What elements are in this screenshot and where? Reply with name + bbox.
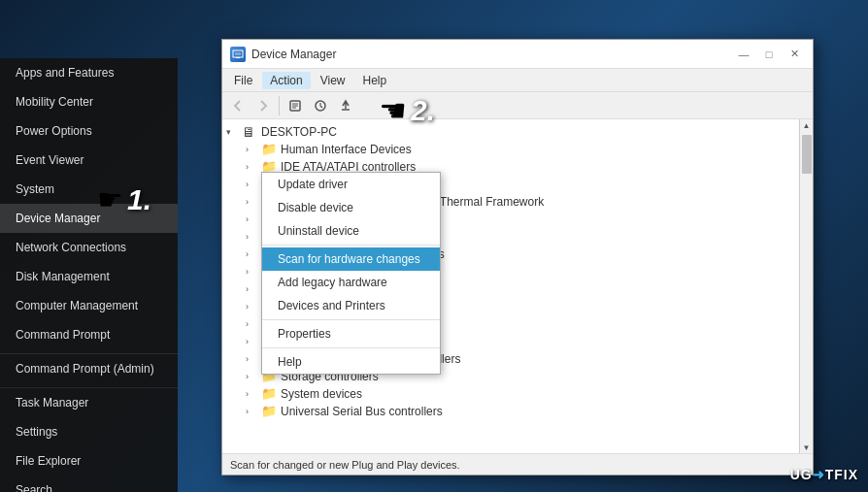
properties-button[interactable] (284, 95, 307, 116)
start-menu-item-command-prompt[interactable]: Command Prompt (0, 320, 178, 349)
menu-bar: File Action View Help (222, 69, 813, 92)
start-menu-item-apps-features[interactable]: Apps and Features (0, 58, 178, 87)
status-text: Scan for changed or new Plug and Play de… (230, 459, 460, 471)
expand-mice: › (246, 249, 261, 259)
start-menu: Apps and Features Mobility Center Power … (0, 58, 178, 492)
maximize-button[interactable]: □ (758, 46, 780, 63)
window-titlebar: Device Manager — □ ✕ (222, 40, 813, 69)
tree-expand-root: ▾ (226, 127, 242, 137)
expand-memory: › (246, 232, 261, 242)
start-menu-item-search[interactable]: Search (0, 476, 178, 492)
folder-icon-hid: 📁 (261, 142, 277, 157)
expand-processors: › (246, 319, 261, 329)
expand-keyboards: › (246, 214, 261, 224)
back-button[interactable] (226, 95, 250, 116)
scroll-up-button[interactable]: ▲ (801, 119, 813, 131)
scroll-down-button[interactable]: ▼ (801, 442, 813, 453)
device-manager-window: Device Manager — □ ✕ File Action View He… (221, 39, 814, 476)
menu-view[interactable]: View (313, 72, 353, 89)
window-title: Device Manager (251, 48, 336, 61)
start-menu-item-settings[interactable]: Settings (0, 417, 178, 446)
tree-item-system-devices[interactable]: › 📁 System devices (222, 385, 799, 403)
ctx-separator-1 (262, 245, 440, 246)
svg-rect-2 (236, 57, 240, 58)
expand-print: › (246, 302, 261, 312)
expand-hid: › (246, 145, 261, 154)
menu-file[interactable]: File (226, 72, 260, 89)
start-menu-item-command-prompt-admin[interactable]: Command Prompt (Admin) (0, 353, 178, 383)
toolbar (222, 92, 813, 119)
ctx-devices-printers[interactable]: Devices and Printers (262, 294, 440, 317)
minimize-button[interactable]: — (733, 46, 754, 63)
start-menu-item-mobility-center[interactable]: Mobility Center (0, 87, 178, 116)
expand-storage: › (246, 372, 261, 381)
tree-item-usb[interactable]: › 📁 Universal Serial Bus controllers (222, 403, 799, 420)
ctx-separator-2 (262, 319, 440, 320)
update-driver-toolbar-button[interactable] (334, 95, 357, 116)
folder-icon-system-devices: 📁 (261, 386, 277, 402)
svg-rect-1 (235, 52, 241, 55)
tree-item-hid[interactable]: › 📁 Human Interface Devices (222, 141, 799, 158)
annotation-1: ☛ 1. (97, 182, 151, 216)
ctx-update-driver[interactable]: Update driver (262, 173, 440, 196)
ctx-disable-device[interactable]: Disable device (262, 196, 440, 219)
watermark: UG➜TFIX (790, 467, 858, 482)
ctx-add-legacy[interactable]: Add legacy hardware (262, 271, 440, 294)
scrollbar[interactable]: ▲ ▼ (799, 119, 813, 453)
ctx-scan-hardware[interactable]: Scan for hardware changes (262, 247, 440, 271)
forward-button[interactable] (251, 95, 275, 116)
expand-imaging: › (246, 180, 261, 189)
action-context-menu: Update driver Disable device Uninstall d… (261, 172, 441, 375)
expand-sound: › (246, 354, 261, 364)
ctx-uninstall-device[interactable]: Uninstall device (262, 219, 440, 243)
expand-usb: › (246, 407, 261, 416)
expand-ide: › (246, 162, 261, 172)
close-button[interactable]: ✕ (784, 46, 805, 63)
ctx-separator-3 (262, 347, 440, 348)
ctx-properties[interactable]: Properties (262, 322, 440, 345)
menu-action[interactable]: Action (262, 72, 310, 89)
folder-icon-usb: 📁 (261, 404, 277, 419)
computer-icon: 🖥 (242, 124, 257, 140)
menu-help[interactable]: Help (355, 72, 395, 89)
tree-root-label: DESKTOP-PC (261, 125, 337, 139)
expand-monitors: › (246, 267, 261, 277)
ctx-help[interactable]: Help (262, 350, 440, 374)
start-menu-item-task-manager[interactable]: Task Manager (0, 388, 178, 417)
hand-cursor-1: ☛ (97, 182, 123, 216)
status-bar: Scan for changed or new Plug and Play de… (222, 453, 813, 475)
start-menu-item-power-options[interactable]: Power Options (0, 116, 178, 146)
content-area: ▾ 🖥 DESKTOP-PC › 📁 Human Interface Devic… (222, 119, 813, 453)
start-menu-item-disk-management[interactable]: Disk Management (0, 262, 178, 291)
expand-intel: › (246, 197, 261, 207)
tree-root[interactable]: ▾ 🖥 DESKTOP-PC (222, 123, 799, 141)
window-controls: — □ ✕ (733, 46, 805, 63)
start-menu-item-computer-management[interactable]: Computer Management (0, 291, 178, 320)
start-menu-item-network-connections[interactable]: Network Connections (0, 233, 178, 262)
scroll-thumb[interactable] (802, 135, 812, 174)
device-manager-icon (230, 47, 246, 62)
expand-software: › (246, 337, 261, 346)
window-title-left: Device Manager (230, 47, 336, 62)
expand-network: › (246, 284, 261, 294)
start-menu-item-file-explorer[interactable]: File Explorer (0, 446, 178, 476)
expand-system-devices: › (246, 389, 261, 399)
scan-hardware-toolbar-button[interactable] (309, 95, 332, 116)
start-menu-item-event-viewer[interactable]: Event Viewer (0, 146, 178, 175)
